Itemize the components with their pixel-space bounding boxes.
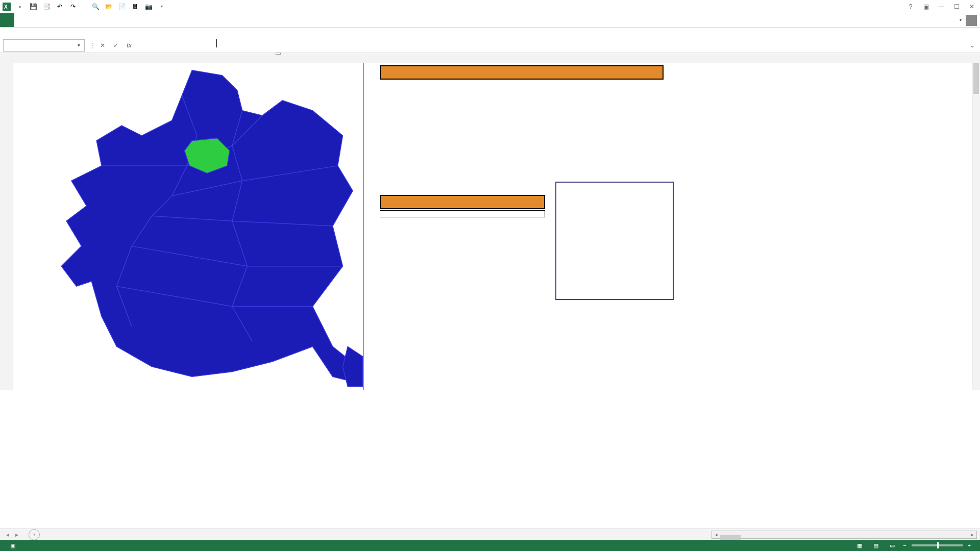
new-sheet-icon[interactable]: 📄 [117, 2, 127, 11]
excel-icon: X [2, 2, 11, 11]
selected-region-banner [380, 195, 545, 209]
ribbon-tabs: ▾ [0, 13, 980, 28]
fx-icon[interactable]: fx [122, 39, 136, 52]
ribbon-tab-affichage[interactable] [100, 13, 114, 27]
select-all-corner[interactable] [0, 53, 13, 63]
qat-customize-icon[interactable]: ▾ [157, 2, 166, 11]
ribbon-tab-file[interactable] [0, 13, 14, 27]
avatar[interactable] [966, 15, 977, 26]
pie-chart[interactable] [555, 182, 674, 300]
ribbon-tab-developpeur[interactable] [114, 13, 129, 27]
tooltip [276, 53, 281, 55]
chevron-down-icon[interactable]: ▼ [77, 43, 81, 48]
close-icon[interactable]: ✕ [966, 2, 978, 12]
minimize-icon[interactable]: — [935, 2, 947, 12]
ribbon-tab-formules[interactable] [57, 13, 71, 27]
row-headers [0, 63, 13, 390]
macro-record-icon[interactable]: ▣ [10, 542, 15, 549]
help-icon[interactable]: ? [904, 2, 917, 12]
cancel-icon[interactable]: ✕ [96, 39, 109, 52]
ribbon-tab-accueil[interactable] [14, 13, 29, 27]
page-layout-view-icon[interactable]: ▤ [870, 541, 881, 550]
sheet-tab-bar: ◂ ▸ + ⋮ ◂▸ [0, 529, 980, 540]
redo-icon[interactable]: ↷ [68, 2, 78, 11]
enter-icon[interactable]: ✓ [109, 39, 122, 52]
grid-area [0, 63, 980, 390]
sheet-nav[interactable]: ◂ ▸ [0, 531, 24, 538]
undo-icon[interactable]: ↶ [55, 2, 64, 11]
print-preview-icon[interactable]: 🔍 [91, 2, 100, 11]
zoom-in-icon[interactable]: + [968, 542, 971, 548]
ribbon-tab-revision[interactable] [86, 13, 100, 27]
worksheet-canvas[interactable] [13, 63, 980, 390]
ribbon-tab-miseenpage[interactable] [43, 13, 57, 27]
calculator-icon[interactable]: 🖩 [131, 2, 140, 11]
sheet-nav-next-icon: ▸ [13, 531, 20, 538]
zoom-slider[interactable] [912, 544, 963, 546]
ribbon-tab-donnees[interactable] [71, 13, 86, 27]
zoom-out-icon[interactable]: − [903, 542, 906, 548]
page-break-view-icon[interactable]: ▭ [887, 541, 898, 550]
formula-bar: ▼ ⋮ ✕ ✓ fx ⌄ [0, 38, 980, 53]
france-map[interactable] [29, 65, 365, 387]
sheet-nav-prev-icon: ◂ [4, 531, 11, 538]
save-icon[interactable]: 💾 [29, 2, 38, 11]
name-box[interactable]: ▼ [3, 39, 85, 52]
horizontal-scrollbar[interactable]: ◂▸ [712, 531, 977, 539]
expand-formula-icon[interactable]: ⌄ [967, 40, 978, 51]
user-dropdown-icon[interactable]: ▾ [960, 18, 962, 22]
camera-icon[interactable]: 📷 [144, 2, 153, 11]
formula-input[interactable] [136, 39, 967, 52]
divider [363, 63, 364, 390]
title-bar: X ▫ 💾 📑 ↶ ↷ 🔍 📂 📄 🖩 📷 ▾ ? ▣ — ☐ ✕ [0, 0, 980, 13]
maximize-icon[interactable]: ☐ [950, 2, 963, 12]
sales-title-banner [380, 65, 664, 80]
quick-access-toolbar: X ▫ 💾 📑 ↶ ↷ 🔍 📂 📄 🖩 📷 ▾ [0, 2, 166, 11]
ribbon-tab-insertion[interactable] [29, 13, 43, 27]
status-bar: ▣ ▦ ▤ ▭ − + [0, 540, 980, 551]
ribbon-display-icon[interactable]: ▣ [920, 2, 932, 12]
selected-region-panel [380, 210, 545, 217]
open-icon[interactable]: 📂 [104, 2, 113, 11]
save-as-icon[interactable]: 📑 [42, 2, 51, 11]
normal-view-icon[interactable]: ▦ [854, 541, 865, 550]
svg-text:X: X [4, 4, 8, 10]
new-file-icon[interactable]: ▫ [15, 2, 24, 11]
add-sheet-button[interactable]: + [29, 529, 40, 540]
vertical-scrollbar[interactable] [972, 63, 980, 390]
column-headers [0, 53, 980, 63]
